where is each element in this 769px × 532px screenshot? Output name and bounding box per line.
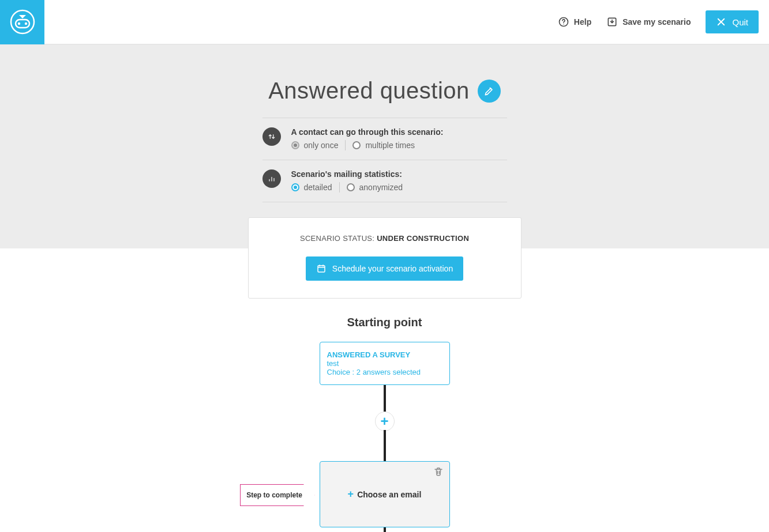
arrows-icon-badge bbox=[262, 127, 281, 146]
quit-button[interactable]: Quit bbox=[706, 10, 759, 33]
divider bbox=[339, 182, 340, 193]
plus-icon: + bbox=[380, 413, 388, 429]
divider bbox=[345, 140, 346, 150]
robot-logo-icon bbox=[9, 8, 36, 36]
radio-detailed[interactable]: detailed bbox=[291, 183, 332, 192]
schedule-activation-button[interactable]: Schedule your scenario activation bbox=[306, 256, 463, 281]
choose-email-text: + Choose an email bbox=[348, 488, 422, 500]
connector-line bbox=[384, 430, 386, 461]
status-line: SCENARIO STATUS: UNDER CONSTRUCTION bbox=[260, 234, 509, 243]
step-to-complete-tag: Step to complete bbox=[240, 484, 315, 506]
start-line1: ANSWERED A SURVEY bbox=[327, 350, 442, 359]
choose-email-label: Choose an email bbox=[357, 490, 421, 499]
close-icon bbox=[716, 17, 726, 27]
pencil-icon bbox=[483, 85, 495, 97]
save-icon bbox=[606, 16, 618, 28]
svg-rect-7 bbox=[318, 266, 325, 272]
start-line3: Choice : 2 answers selected bbox=[327, 368, 442, 376]
status-value: UNDER CONSTRUCTION bbox=[377, 234, 469, 243]
title-row: Answered question bbox=[268, 78, 501, 104]
settings-block: A contact can go through this scenario: … bbox=[262, 118, 507, 202]
radio-empty-icon bbox=[352, 141, 361, 149]
trash-icon bbox=[433, 466, 444, 477]
add-step-button[interactable]: + bbox=[375, 412, 395, 431]
radio-empty-icon bbox=[347, 183, 355, 191]
multiple-times-label: multiple times bbox=[365, 141, 415, 150]
radio-anonymized[interactable]: anonymized bbox=[347, 183, 403, 192]
svg-point-0 bbox=[11, 10, 34, 33]
radio-dot-icon bbox=[291, 141, 299, 149]
topbar-right: Help Save my scenario Quit bbox=[558, 10, 769, 33]
connector-line bbox=[384, 385, 386, 413]
top-bar: Help Save my scenario Quit bbox=[0, 0, 769, 44]
start-node[interactable]: ANSWERED A SURVEY test Choice : 2 answer… bbox=[320, 342, 450, 385]
status-prefix: SCENARIO STATUS: bbox=[300, 234, 377, 243]
calendar-icon bbox=[316, 263, 327, 274]
radio-multiple-times[interactable]: multiple times bbox=[352, 141, 415, 150]
radio-only-once[interactable]: only once bbox=[291, 141, 339, 150]
help-link[interactable]: Help bbox=[558, 16, 591, 28]
passthrough-label: A contact can go through this scenario: bbox=[291, 127, 507, 137]
save-link[interactable]: Save my scenario bbox=[606, 16, 691, 28]
bar-chart-icon bbox=[267, 174, 276, 183]
status-card: SCENARIO STATUS: UNDER CONSTRUCTION Sche… bbox=[248, 217, 522, 299]
bars-icon-badge bbox=[262, 169, 281, 188]
anonymized-label: anonymized bbox=[359, 183, 403, 192]
detailed-label: detailed bbox=[304, 183, 332, 192]
arrows-up-down-icon bbox=[267, 132, 276, 141]
only-once-label: only once bbox=[304, 141, 339, 150]
quit-label: Quit bbox=[732, 17, 748, 27]
svg-point-2 bbox=[17, 22, 20, 25]
setting-statistics: Scenario's mailing statistics: detailed … bbox=[262, 160, 507, 202]
setting-passthrough: A contact can go through this scenario: … bbox=[262, 118, 507, 160]
connector-line bbox=[384, 527, 386, 532]
email-node-wrap: Step to complete + Choose an email bbox=[320, 461, 450, 527]
edit-title-button[interactable] bbox=[478, 80, 501, 103]
plus-icon: + bbox=[348, 488, 354, 500]
logo-tile[interactable] bbox=[0, 0, 44, 44]
schedule-label: Schedule your scenario activation bbox=[332, 264, 453, 273]
choose-email-node[interactable]: + Choose an email bbox=[320, 461, 450, 527]
svg-point-3 bbox=[24, 22, 27, 25]
help-label: Help bbox=[574, 17, 591, 27]
svg-rect-1 bbox=[16, 20, 29, 28]
help-icon bbox=[558, 16, 569, 28]
delete-step-button[interactable] bbox=[433, 466, 444, 479]
start-line2: test bbox=[327, 359, 442, 368]
flow-wrap: ANSWERED A SURVEY test Choice : 2 answer… bbox=[320, 342, 450, 532]
radio-dot-icon bbox=[291, 183, 299, 191]
svg-point-5 bbox=[563, 24, 564, 25]
statistics-label: Scenario's mailing statistics: bbox=[291, 169, 507, 179]
page-title: Answered question bbox=[268, 78, 470, 104]
flow-heading: Starting point bbox=[347, 316, 422, 329]
content: Answered question A contact can go throu… bbox=[0, 44, 769, 532]
save-label: Save my scenario bbox=[622, 17, 691, 27]
